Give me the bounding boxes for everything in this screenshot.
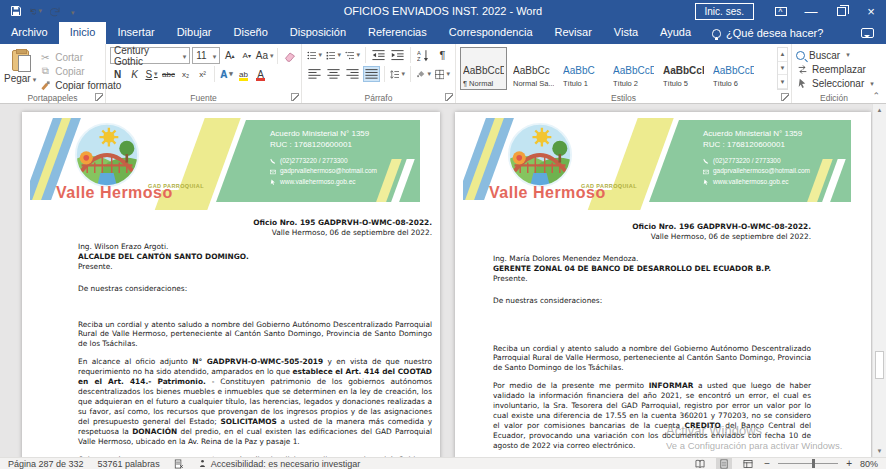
group-paragraph: ¶ Párrafo <box>302 44 456 103</box>
replace-icon <box>796 63 808 75</box>
vertical-scrollbar[interactable]: ▲ ▼ <box>872 104 886 457</box>
document-area: Acuerdo Ministerial N° 1359 RUC : 176812… <box>0 104 886 457</box>
accessibility-icon <box>198 459 207 468</box>
underline-button[interactable]: S <box>144 66 159 82</box>
clear-formatting-button[interactable] <box>282 48 297 64</box>
highlight-button[interactable]: ab <box>236 66 251 82</box>
strikethrough-button[interactable]: abc <box>161 66 176 82</box>
style-titulo1[interactable]: AaBbC Título 1 <box>560 47 607 90</box>
zoom-level[interactable]: 80% <box>860 459 878 469</box>
paste-button[interactable]: Pegar <box>4 47 36 90</box>
borders-button[interactable] <box>434 66 451 82</box>
tab-ayuda[interactable]: Ayuda <box>649 22 702 44</box>
zoom-slider-thumb[interactable] <box>812 459 815 468</box>
select-pointer-icon <box>796 78 808 90</box>
letterhead: Acuerdo Ministerial N° 1359 RUC : 176812… <box>30 118 432 210</box>
shrink-font-button[interactable]: A▾ <box>239 48 254 64</box>
web-layout-icon[interactable] <box>740 458 756 469</box>
clipboard-dialog-launcher[interactable] <box>95 93 103 101</box>
zoom-slider[interactable] <box>778 463 838 464</box>
tab-correspondencia[interactable]: Correspondencia <box>438 22 544 44</box>
comments-icon[interactable] <box>861 28 874 38</box>
text-effects-button[interactable]: A <box>219 66 234 82</box>
bold-button[interactable]: N <box>110 66 125 82</box>
cursor-icon <box>270 179 276 185</box>
italic-button[interactable]: K <box>127 66 142 82</box>
change-case-button[interactable]: Aa <box>256 48 273 64</box>
style-titulo2[interactable]: AaBbCcD Título 2 <box>610 47 657 90</box>
styles-dialog-launcher[interactable] <box>781 93 789 101</box>
shading-button[interactable] <box>415 66 432 82</box>
tab-revisar[interactable]: Revisar <box>544 22 603 44</box>
phone-icon <box>270 158 276 164</box>
tab-disposicion[interactable]: Disposición <box>279 22 357 44</box>
tab-insertar[interactable]: Insertar <box>106 22 165 44</box>
minimize-icon[interactable]: — <box>796 0 826 22</box>
styles-more-icon[interactable]: ▼ <box>778 75 787 89</box>
align-center-button[interactable] <box>325 66 342 82</box>
style-normal[interactable]: AaBbCcD ¶ Normal <box>460 47 507 90</box>
select-button[interactable]: Seleccionar <box>796 78 874 90</box>
justify-button[interactable] <box>363 66 380 82</box>
style-titulo6[interactable]: AaBbCcDc Título 6 <box>710 47 757 90</box>
scissors-icon: ✂ <box>39 51 51 63</box>
sign-in-button[interactable]: Inic. ses. <box>695 3 754 20</box>
zoom-in-button[interactable]: + <box>846 459 852 469</box>
close-icon[interactable]: × <box>856 0 886 22</box>
proofing-icon[interactable] <box>174 459 184 469</box>
subscript-button[interactable]: x₂ <box>178 66 193 82</box>
find-button[interactable]: Buscar <box>796 49 874 61</box>
document-page-1[interactable]: Acuerdo Ministerial N° 1359 RUC : 176812… <box>22 112 440 457</box>
redo-icon[interactable] <box>49 5 62 18</box>
ribbon: Pegar ✂Cortar ⧉Copiar Copiar formato Por… <box>0 44 886 104</box>
tab-inicio[interactable]: Inicio <box>59 22 107 44</box>
increase-indent-button[interactable] <box>389 47 406 63</box>
line-spacing-button[interactable] <box>389 66 406 82</box>
document-page-2[interactable]: Acuerdo Ministerial N° 1359 RUC : 176812… <box>455 112 871 457</box>
align-left-button[interactable] <box>306 66 323 82</box>
scroll-down-icon[interactable]: ▼ <box>873 445 886 457</box>
scrollbar-thumb[interactable] <box>875 351 884 379</box>
read-mode-icon[interactable] <box>692 458 708 469</box>
word-count[interactable]: 53761 palabras <box>98 459 160 469</box>
ribbon-display-options-icon[interactable] <box>766 0 796 22</box>
styles-scroll-down-icon[interactable]: ▼ <box>778 62 787 76</box>
bullets-button[interactable] <box>306 47 323 63</box>
page-indicator[interactable]: Página 287 de 332 <box>8 459 84 469</box>
print-layout-icon[interactable] <box>716 458 732 469</box>
grow-font-button[interactable]: A▴ <box>222 48 237 64</box>
tab-diseno[interactable]: Diseño <box>223 22 279 44</box>
customize-qat-icon[interactable] <box>69 5 75 17</box>
superscript-button[interactable]: x² <box>195 66 210 82</box>
valle-hermoso-logo <box>74 122 140 188</box>
sort-button[interactable] <box>415 47 432 63</box>
font-dialog-launcher[interactable] <box>291 93 299 101</box>
accessibility-status[interactable]: Accesibilidad: es necesario investigar <box>198 459 361 469</box>
tab-archivo[interactable]: Archivo <box>0 22 59 44</box>
replace-button[interactable]: Reemplazar <box>796 63 874 75</box>
tab-dibujar[interactable]: Dibujar <box>166 22 223 44</box>
font-color-button[interactable]: A <box>253 66 268 82</box>
save-icon[interactable] <box>9 5 22 18</box>
multilevel-list-button[interactable] <box>344 47 361 63</box>
tell-me-box[interactable]: ¿Qué desea hacer? <box>702 22 833 44</box>
ruc: RUC : 1768120600001 <box>270 140 410 151</box>
collapse-ribbon-icon[interactable]: ⌃ <box>872 91 880 101</box>
style-titulo5[interactable]: AaBbCcI Título 5 <box>660 47 707 90</box>
undo-icon[interactable] <box>29 5 42 18</box>
tab-referencias[interactable]: Referencias <box>357 22 438 44</box>
style-normal-sa[interactable]: AaBbCc Normal Sa... <box>510 47 557 90</box>
zoom-out-button[interactable]: − <box>764 459 770 469</box>
show-marks-button[interactable]: ¶ <box>434 47 451 63</box>
paragraph-dialog-launcher[interactable] <box>445 93 453 101</box>
recipient-city: Presente. <box>78 262 432 272</box>
decrease-indent-button[interactable] <box>370 47 387 63</box>
numbering-button[interactable] <box>325 47 342 63</box>
tab-vista[interactable]: Vista <box>603 22 649 44</box>
font-size-combo[interactable]: 11 <box>192 47 220 64</box>
restore-icon[interactable] <box>826 0 856 22</box>
styles-scroll-up-icon[interactable]: ▲ <box>778 48 787 62</box>
align-right-button[interactable] <box>344 66 361 82</box>
font-family-combo[interactable]: Century Gothic <box>110 47 190 64</box>
scroll-up-icon[interactable]: ▲ <box>873 104 886 116</box>
